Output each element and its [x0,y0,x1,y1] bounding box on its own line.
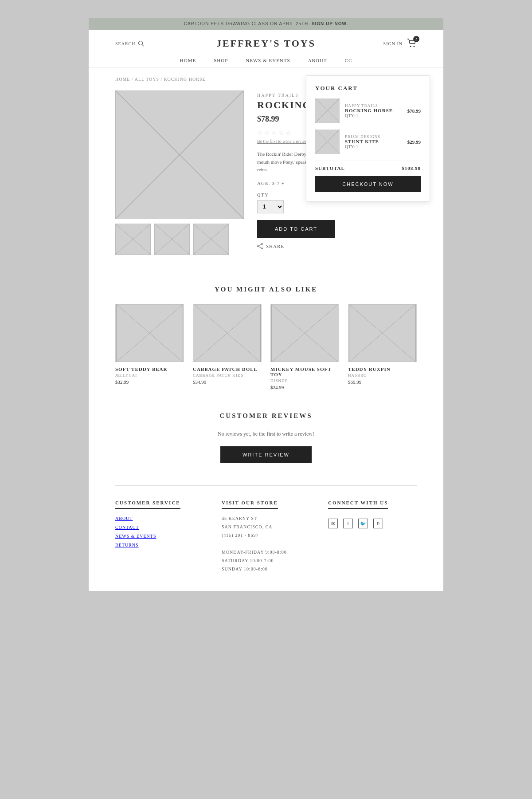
nav-cc[interactable]: CC [345,58,352,63]
product-card-1-price: $32.99 [115,379,184,385]
svg-point-0 [139,41,143,45]
write-review-button[interactable]: WRITE REVIEW [220,446,312,463]
share-button[interactable]: SHARE [257,243,417,249]
search-label: SEARCH [115,41,135,46]
footer-divider [115,485,417,486]
thumbnail-1[interactable] [115,224,151,255]
product-card-2[interactable]: CABBAGE PATCH DOLL CABBAGE PATCH KIDS $3… [193,304,262,390]
product-card-2-image [193,304,262,362]
reviews-section: CUSTOMER REVIEWS No reviews yet, be the … [89,412,443,463]
product-card-3-price: $24.99 [270,385,339,390]
product-card-4-image [348,304,417,362]
qty-select[interactable]: 1 2 3 4 5 [257,200,284,213]
social-twitter[interactable]: 🐦 [358,519,368,528]
footer-customer-service: CUSTOMER SERVICE ABOUT CONTACT NEWS & EV… [115,499,204,573]
product-card-4-name: TEDDY RUXPIN [348,366,417,372]
cart-item-1-image [315,98,340,123]
cart-item-2-info: PRISM DESIGNS STUNT KITE QTY: 1 [345,134,402,149]
announcement-link[interactable]: SIGN UP NOW. [312,21,348,26]
product-card-1-brand: JELLYCAT [115,373,184,378]
site-logo[interactable]: JEFFREY'S TOYS [216,38,316,49]
social-facebook[interactable]: f [343,519,353,528]
product-card-3-image [270,304,339,362]
svg-point-24 [258,245,259,247]
cart-item-2-brand: PRISM DESIGNS [345,134,402,139]
product-card-3[interactable]: MICKEY MOUSE SOFT TOY DISNEY $24.99 [270,304,339,390]
share-label: SHARE [266,244,284,249]
visit-store-title: VISIT OUR STORE [222,500,278,509]
product-card-1[interactable]: SOFT TEDDY BEAR JELLYCAT $32.99 [115,304,184,390]
page-wrapper: CARTOON PETS DRAWING CLASS ON APRIL 25TH… [89,18,443,591]
svg-line-25 [258,244,261,246]
cart-item-2-price: $29.99 [407,139,421,145]
nav-about[interactable]: ABOUT [308,58,327,63]
product-card-3-brand: DISNEY [270,378,339,383]
star-3: ☆ [271,129,277,137]
cart-item-1-price: $78.99 [407,108,421,114]
thumbnail-row [115,224,244,255]
star-5: ☆ [286,129,291,137]
main-nav: HOME SHOP NEWS & EVENTS ABOUT CC [89,53,443,68]
product-images [115,91,244,255]
nav-shop[interactable]: SHOP [214,58,228,63]
nav-home[interactable]: HOME [180,58,196,63]
footer-link-about[interactable]: ABOUT [115,516,133,521]
store-address: 45 KEARNY ST SAN FRANCISCO, CA (415) 291… [222,514,310,573]
star-2: ☆ [264,129,270,137]
product-card-2-price: $34.99 [193,379,262,385]
header-right: SIGN IN 2 [383,39,417,48]
cart-count: 2 [413,36,419,42]
social-icons: ✉ f 🐦 P [328,519,417,528]
sign-in-link[interactable]: SIGN IN [383,41,403,46]
add-to-cart-button[interactable]: ADD TO CART [257,220,335,238]
connect-title: CONNECT WITH US [328,500,388,509]
search-icon [138,40,144,47]
social-email[interactable]: ✉ [328,519,338,528]
checkout-button[interactable]: CHECKOUT NOW [315,176,421,192]
cart-item-1-qty: QTY: 1 [345,113,402,118]
thumbnail-2[interactable] [154,224,190,255]
cart-item-2-name: STUNT KITE [345,139,402,144]
reviews-title: CUSTOMER REVIEWS [115,412,417,420]
nav-news-events[interactable]: NEWS & EVENTS [246,58,290,63]
cart-title: YOUR CART [315,85,421,92]
cart-item-2-image [315,130,340,154]
footer-link-news[interactable]: NEWS & EVENTS [115,534,156,539]
announcement-bar: CARTOON PETS DRAWING CLASS ON APRIL 25TH… [89,18,443,30]
cart-item-1: HAPPY TRAILS ROCKING HORSE QTY: 1 $78.99 [315,98,421,123]
product-card-3-name: MICKEY MOUSE SOFT TOY [270,366,339,377]
footer-connect: CONNECT WITH US ✉ f 🐦 P [328,499,417,573]
svg-line-26 [258,247,261,248]
cart-subtotal: SUBTOTAL $108.98 [315,165,421,171]
subtotal-label: SUBTOTAL [315,165,345,171]
share-icon [257,243,263,249]
footer-link-contact[interactable]: CONTACT [115,525,139,530]
cart-divider [315,161,421,161]
star-1: ☆ [257,129,263,137]
header: SEARCH JEFFREY'S TOYS SIGN IN 2 [89,30,443,53]
search-area[interactable]: SEARCH [115,40,144,47]
footer-link-returns[interactable]: RETURNS [115,543,139,547]
also-like-title: YOU MIGHT ALSO LIKE [89,286,443,293]
cart-item-1-brand: HAPPY TRAILS [345,103,402,108]
cart-item-1-name: ROCKING HORSE [345,108,402,113]
cart-button[interactable]: 2 [407,39,417,48]
cart-item-1-info: HAPPY TRAILS ROCKING HORSE QTY: 1 [345,103,402,118]
footer: CUSTOMER SERVICE ABOUT CONTACT NEWS & EV… [89,499,443,591]
product-card-1-name: SOFT TEDDY BEAR [115,366,184,372]
customer-service-title: CUSTOMER SERVICE [115,500,180,509]
announcement-text: CARTOON PETS DRAWING CLASS ON APRIL 25TH… [184,21,310,26]
subtotal-amount: $108.98 [402,165,421,171]
thumbnail-3[interactable] [193,224,229,255]
product-card-2-name: CABBAGE PATCH DOLL [193,366,262,372]
cart-item-2-qty: QTY: 1 [345,144,402,149]
product-grid: SOFT TEDDY BEAR JELLYCAT $32.99 CABBAGE … [89,304,443,390]
social-pinterest[interactable]: P [373,519,383,528]
star-4: ☆ [278,129,284,137]
product-card-4[interactable]: TEDDY RUXPIN HASBRO $69.99 [348,304,417,390]
product-card-4-price: $69.99 [348,379,417,385]
customer-service-links: ABOUT CONTACT NEWS & EVENTS RETURNS [115,514,204,550]
reviews-subtitle: No reviews yet, be the first to write a … [115,431,417,437]
svg-point-23 [262,248,263,249]
product-card-1-image [115,304,184,362]
